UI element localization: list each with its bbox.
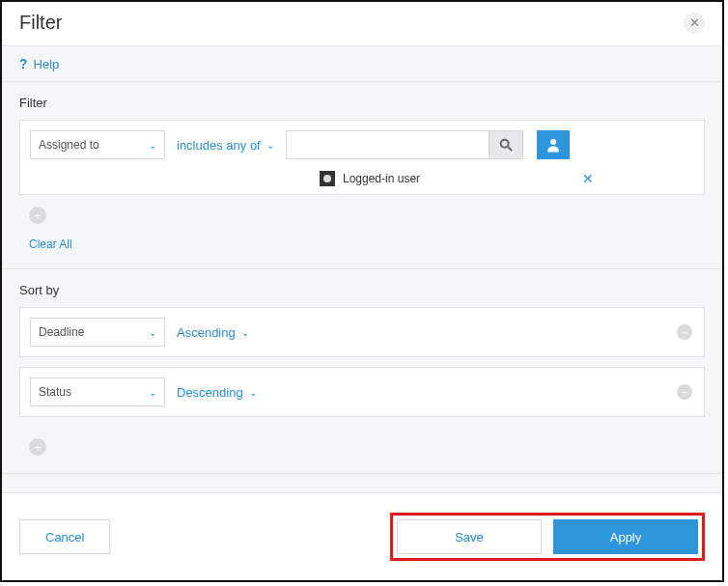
close-icon: ✕ <box>689 15 700 30</box>
help-link[interactable]: ? Help <box>2 46 722 82</box>
clear-all-link[interactable]: Clear All <box>29 237 72 251</box>
chip-label: Logged-in user <box>343 172 420 185</box>
sort-row: Status ⌄ Descending ⌄ − <box>19 367 705 417</box>
chevron-down-icon: ⌄ <box>241 327 249 338</box>
dialog-body: Filter Assigned to ⌄ includes any of ⌄ <box>2 82 722 492</box>
minus-icon: − <box>682 386 687 398</box>
person-picker-button[interactable] <box>537 130 570 159</box>
add-sort-row: + <box>19 427 705 456</box>
chevron-down-icon: ⌄ <box>149 387 156 398</box>
sort-direction-select[interactable]: Ascending ⌄ <box>173 318 253 347</box>
dialog-title: Filter <box>19 12 62 34</box>
sort-direction-value: Ascending <box>177 325 236 340</box>
sort-section-label: Sort by <box>19 283 705 297</box>
help-label: Help <box>34 57 60 71</box>
close-button[interactable]: ✕ <box>684 13 705 34</box>
chip-remove-button[interactable]: ✕ <box>582 171 594 186</box>
filter-value-row: Logged-in user ✕ <box>20 167 704 194</box>
filter-section: Filter Assigned to ⌄ includes any of ⌄ <box>2 82 722 269</box>
svg-point-0 <box>500 140 508 148</box>
svg-line-1 <box>508 147 512 151</box>
filter-section-label: Filter <box>19 96 705 110</box>
apply-button[interactable]: Apply <box>553 519 698 554</box>
dialog-header: Filter ✕ <box>2 2 722 46</box>
chevron-down-icon: ⌄ <box>149 327 156 338</box>
chevron-down-icon: ⌄ <box>149 140 156 151</box>
cancel-button[interactable]: Cancel <box>19 519 110 554</box>
search-icon <box>498 137 514 153</box>
add-sort-button[interactable]: + <box>29 438 46 456</box>
add-filter-row: + <box>19 195 705 224</box>
sort-row: Deadline ⌄ Ascending ⌄ − <box>19 307 705 357</box>
remove-sort-button[interactable]: − <box>677 384 692 400</box>
user-avatar-icon <box>320 171 335 186</box>
highlighted-actions: Save Apply <box>390 513 705 561</box>
filter-row: Assigned to ⌄ includes any of ⌄ <box>20 121 704 167</box>
sort-section: Sort by Deadline ⌄ Ascending ⌄ − Status … <box>2 269 722 474</box>
filter-card: Assigned to ⌄ includes any of ⌄ <box>19 120 705 195</box>
help-icon: ? <box>19 56 28 71</box>
filter-field-value: Assigned to <box>39 138 99 152</box>
plus-icon: + <box>34 440 42 455</box>
svg-point-2 <box>550 139 556 145</box>
filter-search-input[interactable] <box>286 130 489 159</box>
sort-field-value: Deadline <box>39 325 84 339</box>
add-filter-button[interactable]: + <box>29 207 46 224</box>
sort-field-value: Status <box>39 385 71 399</box>
remove-sort-button[interactable]: − <box>677 324 692 340</box>
sort-field-select[interactable]: Status ⌄ <box>30 377 165 406</box>
plus-icon: + <box>34 209 42 223</box>
filter-search-button[interactable] <box>489 130 523 159</box>
logged-in-user-chip: Logged-in user <box>320 171 420 186</box>
save-button[interactable]: Save <box>397 519 542 554</box>
filter-operator-select[interactable]: includes any of ⌄ <box>173 130 278 159</box>
filter-search-group <box>286 130 523 159</box>
filter-dialog: Filter ✕ ? Help Filter Assigned to ⌄ inc… <box>0 0 724 582</box>
sort-field-select[interactable]: Deadline ⌄ <box>30 318 165 347</box>
minus-icon: − <box>682 326 687 338</box>
filter-field-select[interactable]: Assigned to ⌄ <box>30 130 165 159</box>
chevron-down-icon: ⌄ <box>249 387 257 398</box>
dialog-footer: Cancel Save Apply <box>2 492 722 580</box>
person-icon <box>545 136 562 153</box>
filter-operator-value: includes any of <box>177 138 261 153</box>
sort-direction-value: Descending <box>177 385 243 400</box>
sort-direction-select[interactable]: Descending ⌄ <box>173 377 261 406</box>
chevron-down-icon: ⌄ <box>266 140 274 151</box>
